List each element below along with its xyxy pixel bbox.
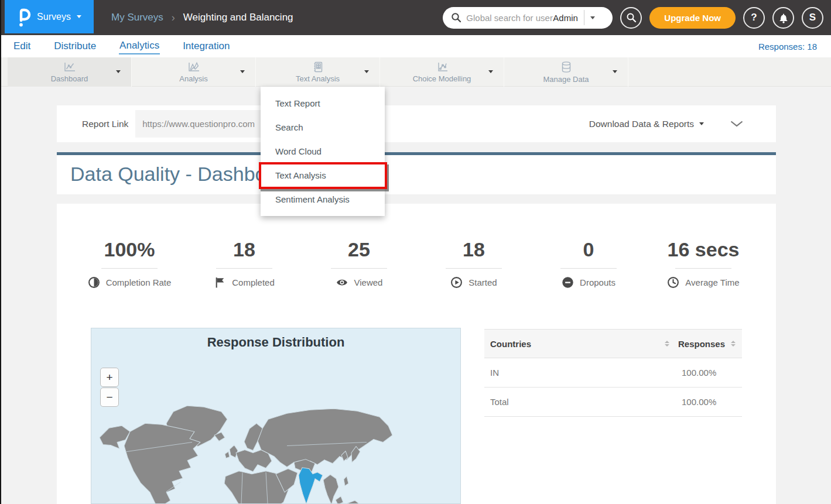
nav-integration[interactable]: Integration — [182, 39, 230, 53]
responses-count: Responses: 18 — [758, 42, 817, 52]
sort-icon[interactable] — [730, 341, 736, 347]
stat-value: 100% — [72, 238, 187, 261]
trend-chart-icon — [187, 61, 201, 73]
tab-analysis[interactable]: Analysis — [132, 57, 256, 87]
divider — [331, 268, 387, 269]
sort-icon[interactable] — [664, 341, 670, 347]
stat-value: 16 secs — [646, 238, 761, 261]
world-map[interactable] — [91, 387, 460, 504]
stat-completion-rate: 100% Completion Rate — [72, 238, 187, 289]
dashboard-title-bar: Data Quality - Dashboard — [57, 152, 776, 194]
flag-icon — [214, 276, 226, 289]
half-circle-icon — [88, 276, 100, 289]
header-actions: Admin Upgrade Now ? S — [443, 7, 823, 29]
table-row: Total 100.00% — [484, 388, 742, 417]
breadcrumb-current-survey: Weighting and Balancing — [183, 12, 293, 23]
table-row: IN 100.00% — [484, 358, 742, 388]
scatter-chart-icon — [435, 61, 449, 73]
divider — [216, 268, 272, 269]
chevron-down-icon[interactable] — [364, 70, 369, 73]
notifications-button[interactable] — [772, 7, 794, 29]
tab-label: Text Analysis — [296, 74, 340, 83]
column-header-responses[interactable]: Responses — [678, 339, 730, 349]
responses-cell: 100.00% — [682, 397, 742, 407]
dashboard-main-card: 100% Completion Rate 18 — [57, 204, 776, 504]
download-label: Download Data & Reports — [589, 119, 694, 129]
countries-table: Countries Responses IN 100.00% Total 100… — [484, 329, 742, 417]
nav-edit[interactable]: Edit — [13, 39, 31, 53]
product-switcher[interactable]: Surveys — [5, 0, 94, 33]
stat-completed: 18 Completed — [187, 238, 302, 289]
map-title: Response Distribution — [91, 335, 460, 350]
divider — [675, 268, 731, 269]
breadcrumb: My Surveys › Weighting and Balancing — [111, 12, 293, 24]
avatar-initial: S — [809, 12, 816, 23]
stat-label: Started — [468, 277, 497, 287]
collapse-chevron-icon[interactable] — [730, 121, 743, 127]
text-analysis-dropdown-menu: Text Report Search Word Cloud Text Analy… — [261, 87, 385, 216]
menu-item-text-analysis[interactable]: Text Analysis — [261, 163, 385, 187]
search-button[interactable] — [620, 7, 642, 29]
chevron-down-icon[interactable] — [613, 70, 617, 73]
chevron-down-icon — [77, 15, 81, 18]
nav-distribute[interactable]: Distribute — [53, 39, 97, 53]
stat-label: Completed — [232, 277, 275, 287]
tab-label: Manage Data — [543, 75, 589, 84]
upgrade-now-button[interactable]: Upgrade Now — [649, 7, 736, 29]
download-data-reports[interactable]: Download Data & Reports — [589, 105, 743, 142]
page-content: Report Link Download Data & Reports Data… — [0, 87, 831, 504]
chevron-down-icon[interactable] — [488, 70, 493, 73]
chevron-down-icon[interactable] — [116, 70, 121, 73]
question-mark-icon: ? — [751, 12, 757, 23]
menu-item-text-report[interactable]: Text Report — [261, 91, 385, 115]
tab-choice-modelling[interactable]: Choice Modelling — [380, 57, 504, 87]
journal-icon — [311, 61, 325, 73]
chevron-down-icon[interactable] — [240, 70, 245, 73]
search-scope-dropdown-icon[interactable] — [590, 16, 595, 19]
stat-label: Dropouts — [580, 277, 615, 287]
map-country-india — [299, 468, 323, 504]
divider — [560, 268, 617, 269]
menu-item-word-cloud[interactable]: Word Cloud — [261, 139, 385, 163]
eye-icon — [336, 276, 348, 289]
tab-manage-data[interactable]: Manage Data — [504, 57, 628, 87]
minus-circle-icon — [562, 276, 574, 289]
search-icon — [626, 12, 637, 23]
response-distribution-map: Response Distribution + − — [91, 328, 461, 504]
nav-analytics[interactable]: Analytics — [119, 39, 160, 54]
database-icon — [559, 61, 573, 74]
breadcrumb-separator-icon: › — [172, 12, 175, 24]
country-cell: IN — [484, 368, 682, 378]
window-edge — [0, 0, 1, 504]
stat-value: 18 — [187, 238, 302, 261]
stat-value: 0 — [531, 238, 646, 261]
top-header: Surveys My Surveys › Weighting and Balan… — [0, 0, 831, 35]
stat-value: 18 — [416, 238, 531, 261]
stat-label: Completion Rate — [106, 277, 172, 287]
tab-text-analysis[interactable]: Text Analysis — [256, 57, 380, 87]
stats-row: 100% Completion Rate 18 — [72, 238, 761, 289]
user-avatar[interactable]: S — [802, 7, 823, 29]
play-icon — [450, 276, 463, 289]
report-link-label: Report Link — [82, 119, 128, 129]
breadcrumb-my-surveys[interactable]: My Surveys — [111, 12, 163, 23]
search-input[interactable] — [466, 13, 553, 23]
zoom-in-button[interactable]: + — [100, 368, 119, 387]
column-header-countries[interactable]: Countries — [484, 339, 664, 349]
stat-label: Average Time — [685, 277, 739, 287]
analytics-toolbar: Dashboard Analysis Text Analysis Choice … — [0, 57, 831, 87]
survey-nav: Edit Distribute Analytics Integration Re… — [0, 35, 831, 57]
bell-icon — [778, 12, 789, 23]
menu-item-search[interactable]: Search — [261, 115, 385, 139]
tab-label: Analysis — [179, 74, 207, 83]
global-search[interactable]: Admin — [443, 7, 613, 29]
stat-viewed: 25 Viewed — [302, 238, 416, 289]
responses-cell: 100.00% — [682, 368, 742, 378]
menu-item-sentiment-analysis[interactable]: Sentiment Analysis — [261, 187, 385, 211]
help-button[interactable]: ? — [743, 7, 765, 29]
tab-dashboard[interactable]: Dashboard — [8, 57, 132, 87]
line-chart-icon — [63, 61, 77, 73]
stat-label: Viewed — [354, 277, 383, 287]
questionpro-logo-icon — [17, 7, 31, 27]
stat-started: 18 Started — [416, 238, 531, 289]
